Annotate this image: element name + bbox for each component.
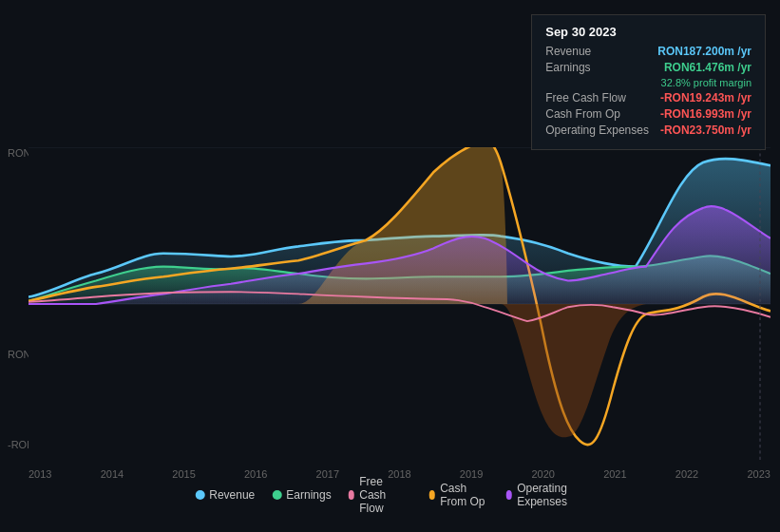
- tooltip-revenue-label: Revenue: [545, 45, 591, 58]
- tooltip-revenue-value: RON187.200m /yr: [657, 45, 751, 58]
- legend-dot-cashop: [429, 490, 436, 500]
- tooltip-earnings-row: Earnings RON61.476m /yr: [545, 61, 751, 74]
- x-label-2021: 2021: [603, 468, 626, 480]
- tooltip-opex-value: -RON23.750m /yr: [660, 124, 751, 137]
- chart-svg: [29, 147, 770, 461]
- tooltip-fcf-row: Free Cash Flow -RON19.243m /yr: [545, 91, 751, 104]
- tooltip-date: Sep 30 2023: [545, 25, 751, 39]
- tooltip-opex-row: Operating Expenses -RON23.750m /yr: [545, 124, 751, 137]
- tooltip-earnings-value: RON61.476m /yr: [664, 61, 751, 74]
- chart-legend: Revenue Earnings Free Cash Flow Cash Fro…: [195, 475, 585, 515]
- legend-cashop[interactable]: Cash From Op: [429, 482, 489, 508]
- profit-margin-value: 32.8%: [661, 77, 691, 88]
- tooltip-cashop-value: -RON16.993m /yr: [660, 107, 751, 121]
- legend-label-opex: Operating Expenses: [517, 482, 585, 508]
- legend-dot-opex: [506, 490, 513, 500]
- tooltip-revenue-row: Revenue RON187.200m /yr: [545, 45, 751, 58]
- legend-dot-revenue: [195, 490, 204, 500]
- tooltip-cashop-row: Cash From Op -RON16.993m /yr: [545, 107, 751, 121]
- x-label-2013: 2013: [29, 468, 51, 480]
- tooltip-earnings-label: Earnings: [545, 61, 590, 74]
- tooltip-fcf-value: -RON19.243m /yr: [660, 91, 751, 104]
- tooltip-box: Sep 30 2023 Revenue RON187.200m /yr Earn…: [531, 14, 766, 150]
- tooltip-cashop-label: Cash From Op: [545, 107, 620, 121]
- legend-label-fcf: Free Cash Flow: [359, 475, 411, 515]
- legend-label-cashop: Cash From Op: [440, 482, 488, 508]
- legend-label-earnings: Earnings: [286, 488, 331, 502]
- profit-margin-text: profit margin: [694, 77, 751, 88]
- tooltip-fcf-label: Free Cash Flow: [545, 91, 626, 104]
- chart-container: Sep 30 2023 Revenue RON187.200m /yr Earn…: [0, 0, 780, 532]
- legend-fcf[interactable]: Free Cash Flow: [349, 475, 412, 515]
- legend-dot-earnings: [272, 490, 281, 500]
- tooltip-opex-label: Operating Expenses: [545, 124, 649, 137]
- chart-area: [29, 147, 770, 461]
- legend-opex[interactable]: Operating Expenses: [506, 482, 585, 508]
- tooltip-profit-margin: 32.8% profit margin: [661, 77, 751, 88]
- legend-earnings[interactable]: Earnings: [272, 488, 331, 502]
- legend-dot-fcf: [349, 490, 355, 500]
- legend-label-revenue: Revenue: [209, 488, 255, 502]
- x-label-2015: 2015: [172, 468, 195, 480]
- tooltip-profit-margin-row: 32.8% profit margin: [545, 77, 751, 88]
- x-label-2022: 2022: [675, 468, 698, 480]
- x-label-2023: 2023: [747, 468, 770, 480]
- legend-revenue[interactable]: Revenue: [195, 488, 255, 502]
- x-label-2014: 2014: [101, 468, 124, 480]
